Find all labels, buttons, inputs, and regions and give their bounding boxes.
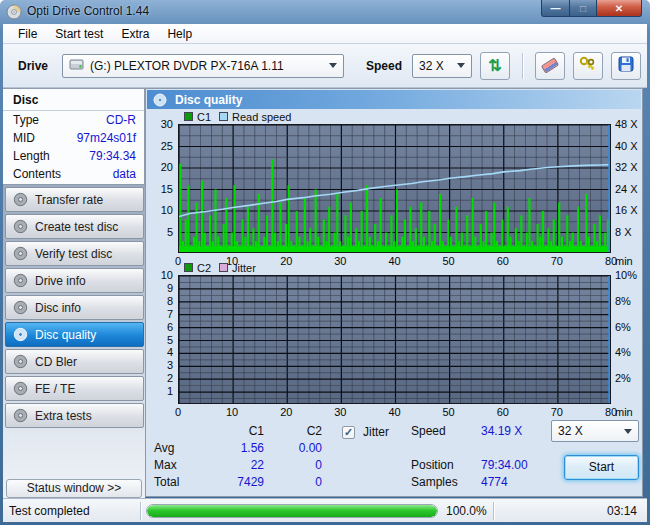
test-speed-select[interactable]: 32 X xyxy=(551,420,639,442)
start-button[interactable]: Start xyxy=(564,455,639,480)
sidebar-item-fe-te[interactable]: FE / TE xyxy=(5,376,144,401)
status-bar: Test completed 100.0% 03:14 xyxy=(3,498,647,522)
cd-icon xyxy=(13,300,28,315)
y-axis-tick: 1 xyxy=(148,385,173,397)
sidebar-item-disc-info[interactable]: Disc info xyxy=(5,295,144,320)
toolbar-separator xyxy=(522,53,523,79)
legend-label: C1 xyxy=(197,111,211,123)
statusbar-separator xyxy=(140,502,141,520)
speed-select[interactable]: 32 X xyxy=(412,54,472,78)
chart-plot[interactable] xyxy=(178,275,611,404)
legend-swatch xyxy=(184,112,193,121)
sidebar-item-transfer-rate[interactable]: Transfer rate xyxy=(5,187,144,212)
window-title: Opti Drive Control 1.44 xyxy=(27,4,149,18)
col-c1: C1 xyxy=(202,423,264,440)
panel-header: Disc quality xyxy=(147,90,641,109)
y-axis-tick: 20 xyxy=(148,161,173,173)
sidebar-item-extra-tests[interactable]: Extra tests xyxy=(5,403,144,428)
disc-info-panel: Disc TypeCD-R MID97m24s01f Length79:34.3… xyxy=(3,88,145,185)
cd-icon xyxy=(13,408,28,423)
position-readout: Position 79:34.00 xyxy=(411,457,571,474)
jitter-checkbox[interactable]: ✓ xyxy=(342,426,355,439)
sidebar-item-label: Transfer rate xyxy=(35,193,103,207)
title-bar[interactable]: Opti Drive Control 1.44 — □ ✕ xyxy=(0,0,650,24)
stats-area: C1 C2 Avg 1.56 0.00 Max 22 0 Total 7429 … xyxy=(146,417,642,497)
sidebar-item-label: FE / TE xyxy=(35,382,75,396)
right-axis: 10%8%6%4%2% xyxy=(614,275,644,404)
right-axis-tick: 2% xyxy=(615,372,631,384)
sidebar-item-label: CD Bler xyxy=(35,355,77,369)
sidebar-item-cd-bler[interactable]: CD Bler xyxy=(5,349,144,374)
y-axis-tick: 5 xyxy=(148,334,173,346)
right-axis-tick: 8% xyxy=(615,295,631,307)
drive-icon xyxy=(69,58,84,74)
sidebar-item-label: Create test disc xyxy=(35,220,118,234)
app-disc-icon xyxy=(6,4,22,20)
sidebar-item-create-test-disc[interactable]: Create test disc xyxy=(5,214,144,239)
y-axis-tick: 9 xyxy=(148,282,173,294)
status-window-button[interactable]: Status window >> xyxy=(6,479,142,498)
sidebar-item-label: Verify test disc xyxy=(35,247,112,261)
sidebar-item-drive-info[interactable]: Drive info xyxy=(5,268,144,293)
close-button[interactable]: ✕ xyxy=(597,0,642,17)
right-axis-tick: 8 X xyxy=(615,226,632,238)
menu-help[interactable]: Help xyxy=(158,25,201,43)
right-axis-tick: 16 X xyxy=(615,204,638,216)
readout-values: Speed 34.19 X Position 79:34.00 Samples … xyxy=(411,423,571,491)
save-icon xyxy=(618,56,634,75)
cd-icon xyxy=(13,354,28,369)
sidebar-item-label: Drive info xyxy=(35,274,86,288)
right-axis-tick: 10% xyxy=(615,269,637,281)
elapsed-time: 03:14 xyxy=(494,504,647,518)
y-axis-tick: 6 xyxy=(148,321,173,333)
chart-plot[interactable] xyxy=(178,124,611,253)
main-panel: Disc quality C1Read speed 51015202530 48… xyxy=(145,88,643,497)
y-axis-tick: 25 xyxy=(148,140,173,152)
left-axis: 51015202530 xyxy=(148,124,175,253)
menu-start-test[interactable]: Start test xyxy=(46,25,112,43)
sidebar-item-verify-test-disc[interactable]: Verify test disc xyxy=(5,241,144,266)
y-axis-tick: 2 xyxy=(148,372,173,384)
y-axis-tick: 8 xyxy=(148,295,173,307)
chart-legend: C1Read speed xyxy=(176,110,291,123)
test-speed-value: 32 X xyxy=(558,424,583,438)
y-axis-tick: 3 xyxy=(148,359,173,371)
legend-label: C2 xyxy=(197,262,211,274)
right-axis-tick: 40 X xyxy=(615,140,638,152)
legend-swatch xyxy=(219,263,228,272)
chevron-down-icon xyxy=(329,63,337,68)
drive-label: Drive xyxy=(18,59,48,73)
c1-read-speed-chart: C1Read speed 51015202530 48 X40 X32 X24 … xyxy=(148,109,642,259)
erase-disc-button[interactable] xyxy=(535,52,565,80)
y-axis-tick: 30 xyxy=(148,118,173,130)
progress-bar xyxy=(146,504,438,518)
left-axis: 12345678910 xyxy=(148,275,175,404)
disc-row-mid: MID97m24s01f xyxy=(3,129,144,147)
speed-label: Speed xyxy=(366,59,402,73)
refresh-drives-button[interactable]: ⇅ xyxy=(480,52,510,80)
sidebar-item-disc-quality[interactable]: Disc quality xyxy=(5,322,144,347)
col-c2: C2 xyxy=(264,423,322,440)
legend-label: Jitter xyxy=(232,262,256,274)
error-stats-table: C1 C2 Avg 1.56 0.00 Max 22 0 Total 7429 … xyxy=(154,423,322,491)
right-axis-tick: 48 X xyxy=(615,118,638,130)
y-axis-tick: 10 xyxy=(148,204,173,216)
row-avg: Avg 1.56 0.00 xyxy=(154,440,322,457)
drive-select[interactable]: (G:) PLEXTOR DVDR PX-716A 1.11 xyxy=(62,54,344,78)
save-button[interactable] xyxy=(611,52,641,80)
menu-file[interactable]: File xyxy=(9,25,46,43)
disc-row-length: Length79:34.34 xyxy=(3,147,144,165)
menu-extra[interactable]: Extra xyxy=(112,25,158,43)
legend-swatch xyxy=(219,112,228,121)
disc-quality-icon xyxy=(153,93,167,107)
minimize-button[interactable]: — xyxy=(541,0,570,17)
chevron-down-icon xyxy=(624,429,632,434)
sidebar-item-label: Disc info xyxy=(35,301,81,315)
right-axis-tick: 4% xyxy=(615,346,631,358)
chevron-down-icon xyxy=(457,63,465,68)
cd-icon xyxy=(13,327,28,342)
maximize-button[interactable]: □ xyxy=(570,0,597,17)
cd-icon xyxy=(13,219,28,234)
cd-icon xyxy=(13,246,28,261)
license-keys-button[interactable] xyxy=(573,52,603,80)
